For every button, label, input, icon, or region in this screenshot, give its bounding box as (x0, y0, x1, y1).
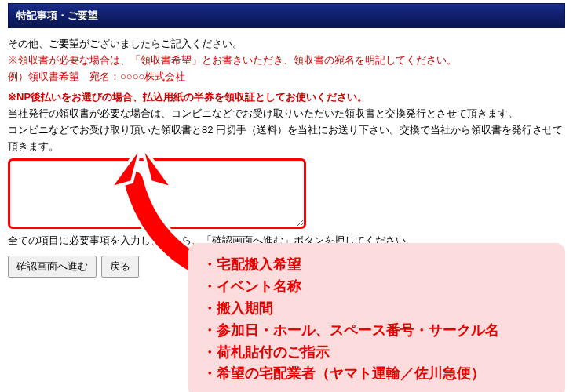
callout-item: イベント名称 (203, 276, 551, 298)
notes-textarea[interactable] (8, 158, 306, 229)
callout-item: 希望の宅配業者（ヤマト運輸／佐川急便） (203, 363, 551, 385)
instructions-block: その他、ご要望がございましたらご記入ください。 ※領収書が必要な場合は、「領収書… (8, 36, 565, 155)
instruction-line: その他、ご要望がございましたらご記入ください。 (8, 36, 565, 53)
annotation-callout: 宅配搬入希望 イベント名称 搬入期間 参加日・ホール、スペース番号・サークル名 … (188, 243, 565, 392)
instruction-line-np: ※NP後払いをお選びの場合、払込用紙の半券を領収証としてお使いください。 (8, 89, 565, 106)
instruction-line-exchange1: 当社発行の領収書が必要な場合は、コンビニなどでお受け取りいただいた領収書と交換発… (8, 106, 565, 122)
back-button[interactable]: 戻る (101, 256, 139, 278)
instruction-line-example: 例）領収書希望 宛名：○○○○株式会社 (8, 69, 565, 85)
callout-item: 参加日・ホール、スペース番号・サークル名 (203, 320, 551, 342)
callout-item: 宅配搬入希望 (203, 254, 551, 276)
confirm-button[interactable]: 確認画面へ進む (8, 256, 97, 278)
instruction-line-receipt-note: ※領収書が必要な場合は、「領収書希望」とお書きいただき、領収書の宛名を明記してく… (8, 53, 565, 69)
callout-list: 宅配搬入希望 イベント名称 搬入期間 参加日・ホール、スペース番号・サークル名 … (203, 254, 551, 385)
callout-item: 搬入期間 (203, 298, 551, 320)
section-header: 特記事項・ご要望 (8, 3, 565, 28)
callout-item: 荷札貼付のご指示 (203, 342, 551, 364)
section-title: 特記事項・ご要望 (16, 9, 98, 21)
instruction-line-exchange2: コンビニなどでお受け取り頂いた領収書と82 円切手（送料）を当社にお送り下さい。… (8, 122, 565, 155)
